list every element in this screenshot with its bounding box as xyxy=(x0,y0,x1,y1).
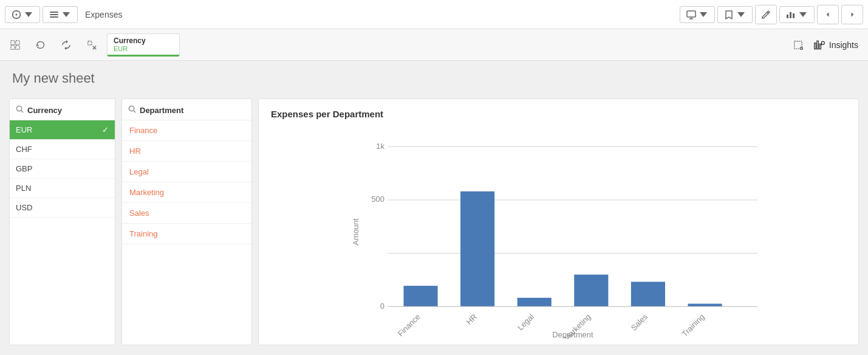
filter-bar-left: Currency EUR xyxy=(5,29,788,60)
currency-panel-title: Currency xyxy=(27,106,62,115)
top-toolbar: Expenses xyxy=(0,0,868,29)
bar-chart: Amount 1k 500 0 xyxy=(271,125,846,339)
currency-item-gbp[interactable]: GBP xyxy=(10,159,115,179)
svg-text:Finance: Finance xyxy=(396,312,422,338)
check-icon: ✓ xyxy=(102,125,109,134)
lasso-btn[interactable] xyxy=(30,35,51,55)
bar-finance xyxy=(403,286,437,306)
svg-text:500: 500 xyxy=(371,195,384,204)
svg-text:Amount: Amount xyxy=(351,218,360,246)
svg-rect-26 xyxy=(814,43,816,49)
toolbar-right xyxy=(680,5,863,24)
dept-item-marketing[interactable]: Marketing xyxy=(122,182,251,203)
dept-item-sales[interactable]: Sales xyxy=(122,203,251,224)
svg-rect-27 xyxy=(817,41,819,49)
svg-rect-12 xyxy=(787,15,788,18)
compass-btn[interactable] xyxy=(5,6,40,23)
cancel-btn[interactable] xyxy=(81,35,102,55)
bar-marketing xyxy=(574,275,608,307)
forward-btn[interactable] xyxy=(841,5,863,24)
svg-rect-18 xyxy=(16,45,19,49)
svg-rect-14 xyxy=(793,13,795,18)
sheet-title-bar: My new sheet xyxy=(0,61,868,92)
svg-point-1 xyxy=(16,13,18,15)
department-panel-title: Department xyxy=(140,106,183,115)
svg-rect-16 xyxy=(16,40,19,44)
department-search-icon xyxy=(128,105,136,115)
currency-filter-label: Currency xyxy=(114,36,173,45)
list-btn[interactable] xyxy=(43,6,78,23)
svg-rect-17 xyxy=(11,45,15,49)
currency-item-eur[interactable]: EUR ✓ xyxy=(10,120,115,140)
toolbar-left: Expenses xyxy=(5,6,122,23)
department-panel: Department Finance HR Legal Marketing Sa… xyxy=(121,98,252,345)
filter-bar-right: Insights xyxy=(788,29,863,60)
chart-btn[interactable] xyxy=(779,6,815,23)
svg-line-34 xyxy=(134,111,135,112)
currency-usd-label: USD xyxy=(16,203,32,212)
chart-title: Expenses per Department xyxy=(271,109,846,119)
svg-text:1k: 1k xyxy=(376,142,384,151)
currency-list: EUR ✓ CHF GBP PLN USD xyxy=(10,120,115,345)
svg-text:Department: Department xyxy=(552,330,593,339)
svg-text:Sales: Sales xyxy=(629,312,649,332)
svg-point-31 xyxy=(16,106,21,111)
svg-text:HR: HR xyxy=(464,312,479,326)
bar-hr xyxy=(460,191,494,307)
svg-text:Training: Training xyxy=(680,312,706,338)
main-content: Currency EUR ✓ CHF GBP PLN USD xyxy=(0,92,868,351)
svg-rect-15 xyxy=(11,40,15,44)
rotate-btn[interactable] xyxy=(56,35,77,55)
back-btn[interactable] xyxy=(817,5,839,24)
chart-area: Expenses per Department Amount 1k 500 0 xyxy=(258,98,859,345)
dept-item-legal[interactable]: Legal xyxy=(122,162,251,182)
svg-rect-28 xyxy=(819,44,821,49)
svg-rect-8 xyxy=(50,16,58,18)
currency-item-chf[interactable]: CHF xyxy=(10,140,115,159)
currency-panel-header: Currency xyxy=(10,99,115,120)
currency-panel: Currency EUR ✓ CHF GBP PLN USD xyxy=(9,98,115,345)
dept-item-hr[interactable]: HR xyxy=(122,141,251,162)
sheet-title: My new sheet xyxy=(12,71,856,86)
svg-point-33 xyxy=(129,106,134,111)
insights-btn[interactable]: Insights xyxy=(808,36,863,53)
bar-training xyxy=(688,304,722,307)
bookmark-btn[interactable] xyxy=(717,6,753,23)
svg-line-32 xyxy=(21,111,23,112)
currency-filter-chip[interactable]: Currency EUR xyxy=(107,33,180,57)
dept-item-finance[interactable]: Finance xyxy=(122,120,251,141)
svg-rect-7 xyxy=(50,14,58,15)
currency-filter-value: EUR xyxy=(114,45,173,52)
department-panel-header: Department xyxy=(122,99,251,120)
bar-legal xyxy=(518,298,552,306)
currency-item-usd[interactable]: USD xyxy=(10,198,115,218)
svg-rect-13 xyxy=(790,12,791,18)
department-list: Finance HR Legal Marketing Sales Trainin… xyxy=(122,120,251,345)
filter-bar: Currency EUR Insights xyxy=(0,29,868,61)
svg-rect-9 xyxy=(687,11,695,17)
currency-search-icon xyxy=(16,105,24,115)
svg-text:0: 0 xyxy=(380,302,384,311)
dept-item-training[interactable]: Training xyxy=(122,224,251,244)
svg-rect-19 xyxy=(88,41,92,44)
svg-rect-6 xyxy=(50,12,58,13)
app-name: Expenses xyxy=(85,10,122,19)
currency-pln-label: PLN xyxy=(16,184,31,193)
zoom-select-btn[interactable] xyxy=(5,35,26,55)
svg-text:Legal: Legal xyxy=(516,312,536,332)
pencil-btn[interactable] xyxy=(755,5,777,24)
present-btn[interactable] xyxy=(680,6,715,23)
currency-gbp-label: GBP xyxy=(16,164,32,173)
currency-item-pln[interactable]: PLN xyxy=(10,179,115,198)
currency-eur-label: EUR xyxy=(16,125,32,134)
select-region-btn[interactable] xyxy=(788,35,808,55)
bar-sales xyxy=(631,282,665,307)
insights-label: Insights xyxy=(829,40,858,50)
currency-chf-label: CHF xyxy=(16,145,32,154)
